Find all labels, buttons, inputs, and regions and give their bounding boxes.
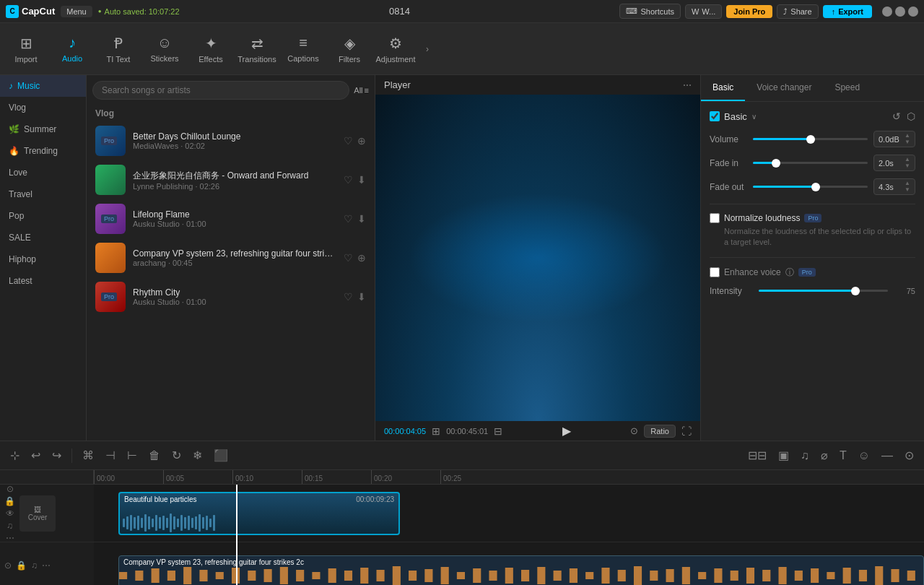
list-item[interactable]: Pro Better Days Chillout Lounge MediaWav… xyxy=(87,121,375,160)
add-button-1[interactable]: ⊕ xyxy=(357,135,366,147)
ratio-button[interactable]: Ratio xyxy=(644,425,676,438)
sidebar-item-latest[interactable]: Latest xyxy=(0,270,86,292)
download-button-3[interactable]: ⬇ xyxy=(357,213,366,225)
sidebar-item-trending[interactable]: 🔥 Trending xyxy=(0,140,86,162)
tab-speed[interactable]: Speed xyxy=(823,75,871,101)
split-left-button[interactable]: ⊣ xyxy=(101,446,120,465)
sidebar-item-love[interactable]: Love xyxy=(0,162,86,183)
tool-effects[interactable]: ✦ Effects xyxy=(188,25,234,74)
favorite-button-4[interactable]: ♡ xyxy=(344,252,353,264)
loop-button[interactable]: ↻ xyxy=(167,446,186,465)
camera-settings-button[interactable]: ⊙ xyxy=(630,425,638,436)
favorite-button-5[interactable]: ♡ xyxy=(344,291,353,303)
undo-button[interactable]: ↩ xyxy=(27,446,45,465)
text-track-button[interactable]: T xyxy=(835,446,851,465)
add-button-4[interactable]: ⊕ xyxy=(357,252,366,264)
sidebar-item-hiphop[interactable]: Hiphop xyxy=(0,248,86,270)
video-track-lock[interactable]: 🔒 xyxy=(4,496,15,506)
tool-filters[interactable]: ◈ Filters xyxy=(326,25,372,74)
close-button[interactable] xyxy=(908,6,918,17)
redo-button[interactable]: ↪ xyxy=(48,446,66,465)
tab-voice-changer[interactable]: Voice changer xyxy=(745,75,823,101)
sidebar-item-vlog[interactable]: Vlog xyxy=(0,97,86,118)
maximize-button[interactable] xyxy=(895,6,905,17)
search-input[interactable] xyxy=(92,81,349,100)
tool-transitions[interactable]: ⇄ Transitions xyxy=(234,25,280,74)
favorite-button-1[interactable]: ♡ xyxy=(344,135,353,147)
volume-stepper[interactable]: ▲▼ xyxy=(905,133,910,145)
menu-button[interactable]: Menu xyxy=(61,6,92,17)
play-button[interactable]: ▶ xyxy=(562,424,571,438)
normalize-checkbox[interactable] xyxy=(710,213,720,223)
sidebar-item-travel[interactable]: Travel xyxy=(0,183,86,205)
video-track-audio[interactable]: ♫ xyxy=(4,521,15,531)
tool-text[interactable]: Ᵽ TI Text xyxy=(95,25,141,74)
split-button[interactable]: ⌘ xyxy=(78,446,98,465)
fade-out-thumb[interactable] xyxy=(811,183,820,191)
dash-button[interactable]: — xyxy=(877,446,897,465)
all-filter-button[interactable]: All ≡ xyxy=(354,86,369,95)
fullscreen-button[interactable]: ⛶ xyxy=(681,425,692,437)
normalize-row: Normalize loudness Pro Normalize the lou… xyxy=(710,213,915,248)
emoji-button[interactable]: ☺ xyxy=(854,446,874,465)
list-item[interactable]: 企业形象阳光自信商务 - Onward and Forward Lynne Pu… xyxy=(87,160,375,199)
favorite-button-3[interactable]: ♡ xyxy=(344,213,353,225)
audio-track-vol[interactable]: ♫ xyxy=(31,560,38,571)
tool-import[interactable]: ⊞ Import xyxy=(3,25,49,74)
audio-clip[interactable]: Company VP system 23, refreshing guitar … xyxy=(118,555,924,585)
list-item[interactable]: Pro Rhythm City Ausku Studio · 01:00 ♡ ⬇ xyxy=(87,277,375,316)
export-button[interactable]: ↑ Export xyxy=(823,5,872,18)
workspace-button[interactable]: W W... xyxy=(685,4,722,19)
join-pro-button[interactable]: Join Pro xyxy=(726,5,772,18)
volume-thumb[interactable] xyxy=(806,135,815,144)
tool-stickers[interactable]: ☺ Stickers xyxy=(141,25,188,74)
minimize-button[interactable] xyxy=(882,6,892,17)
video-track-settings[interactable]: ⊙ xyxy=(4,485,15,494)
audio-track-lock[interactable]: 🔒 xyxy=(16,560,27,571)
fade-in-stepper[interactable]: ▲▼ xyxy=(905,157,910,169)
timeline-settings-button[interactable]: ⊙ xyxy=(900,446,918,465)
split-right-button[interactable]: ⊢ xyxy=(123,446,141,465)
tab-basic[interactable]: Basic xyxy=(701,75,745,101)
sidebar-item-summer[interactable]: 🌿 Summer xyxy=(0,118,86,140)
video-track-more[interactable]: ⋯ xyxy=(4,533,15,543)
video-cover-button[interactable]: 🖼 Cover xyxy=(19,495,56,532)
tool-audio[interactable]: ♪ Audio xyxy=(49,25,95,74)
sidebar-item-pop[interactable]: Pop xyxy=(0,205,86,227)
sidebar-item-music[interactable]: ♪ Music xyxy=(0,75,86,97)
video-clip[interactable]: Beautiful blue particles 00:00:09:23 xyxy=(118,492,400,535)
basic-section-checkbox[interactable] xyxy=(710,111,720,121)
shortcuts-button[interactable]: ⌨ Shortcuts xyxy=(619,4,680,19)
audio-track-button[interactable]: ⊟⊟ xyxy=(744,446,771,465)
overlay-button[interactable]: ⬛ xyxy=(209,446,232,465)
copy-button[interactable]: ⬡ xyxy=(907,110,915,122)
fade-in-thumb[interactable] xyxy=(772,159,780,168)
audio-track-more[interactable]: ⋯ xyxy=(42,560,51,571)
player-title: Player xyxy=(384,79,411,90)
video-track-button[interactable]: ▣ xyxy=(774,446,793,465)
sidebar-pop-label: Pop xyxy=(9,211,24,221)
tool-captions[interactable]: ≡ Captions xyxy=(280,25,326,74)
tool-adjustment[interactable]: ⚙ Adjustment xyxy=(372,25,419,74)
audio-only-button[interactable]: ♫ xyxy=(796,446,814,465)
favorite-button-2[interactable]: ♡ xyxy=(344,174,353,186)
player-menu-icon[interactable]: ⋯ xyxy=(683,80,692,90)
video-track-eye[interactable]: 👁 xyxy=(4,508,15,519)
list-item[interactable]: Pro Lifelong Flame Ausku Studio · 01:00 … xyxy=(87,199,375,238)
reset-button[interactable]: ↺ xyxy=(892,110,901,122)
delete-button[interactable]: 🗑 xyxy=(144,446,165,465)
audio-track-settings[interactable]: ⊙ xyxy=(4,560,12,571)
toolbar-more[interactable]: › xyxy=(419,25,436,74)
download-button-5[interactable]: ⬇ xyxy=(357,291,366,303)
share-button[interactable]: ⤴ Share xyxy=(777,4,818,19)
enhance-checkbox[interactable] xyxy=(710,267,720,277)
fade-out-stepper[interactable]: ▲▼ xyxy=(905,181,910,193)
freeze-button[interactable]: ❄ xyxy=(188,446,206,465)
sidebar-item-sale[interactable]: SALE xyxy=(0,227,86,248)
music-sub-1: MediaWaves · 02:02 xyxy=(133,142,336,150)
select-tool-button[interactable]: ⊹ xyxy=(6,446,24,465)
intensity-thumb[interactable] xyxy=(851,287,860,295)
download-button-2[interactable]: ⬇ xyxy=(357,174,366,186)
split-audio-button[interactable]: ⌀ xyxy=(816,446,832,465)
list-item[interactable]: Company VP system 23, refreshing guitar … xyxy=(87,238,375,277)
